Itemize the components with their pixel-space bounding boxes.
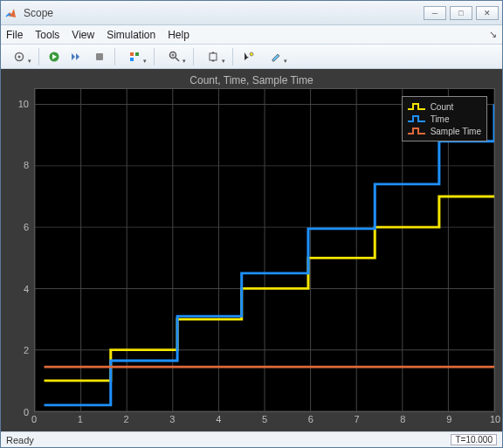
status-text: Ready [6,435,34,445]
svg-rect-3 [96,53,103,60]
svg-rect-6 [130,58,134,61]
menu-help[interactable]: Help [168,29,189,41]
sim-time: T=10.000 [451,434,497,445]
svg-rect-5 [135,52,139,56]
configure-button[interactable] [4,47,34,66]
y-axis-labels: 0246810 [8,88,34,412]
titlebar: Scope ─ □ ✕ [1,1,502,25]
undock-icon[interactable]: ↘ [489,29,497,40]
highlight-button[interactable] [260,47,290,66]
statusbar: Ready T=10.000 [1,431,502,447]
legend-entry[interactable]: Count [408,100,481,113]
legend[interactable]: CountTimeSample Time [402,96,487,141]
signal-selector-button[interactable] [120,47,149,66]
svg-rect-4 [130,52,134,56]
menu-file[interactable]: File [6,29,23,41]
run-button[interactable] [44,47,65,66]
window-title: Scope [24,7,424,19]
menu-tools[interactable]: Tools [35,29,59,41]
chart-canvas[interactable]: CountTimeSample Time [34,88,495,412]
svg-point-12 [250,52,253,56]
toolbar [1,45,502,69]
matlab-icon [4,6,18,20]
zoom-button[interactable] [159,47,189,66]
maximize-button[interactable]: □ [450,6,472,20]
close-button[interactable]: ✕ [476,6,499,20]
legend-entry[interactable]: Sample Time [408,125,481,137]
menu-simulation[interactable]: Simulation [107,29,155,41]
plot-area: Count, Time, Sample Time 0246810 CountTi… [1,69,502,431]
step-forward-button[interactable] [66,47,87,66]
minimize-button[interactable]: ─ [424,6,446,20]
menu-view[interactable]: View [72,29,94,41]
menubar: File Tools View Simulation Help ↘ [1,25,502,45]
svg-point-1 [18,55,21,58]
svg-line-8 [176,58,179,61]
svg-rect-11 [210,53,217,60]
autoscale-button[interactable] [198,47,228,66]
scope-window: Scope ─ □ ✕ File Tools View Simulation H… [0,0,503,448]
x-axis-labels: 012345678910 [34,414,495,428]
legend-entry[interactable]: Time [408,113,481,125]
cursor-measure-button[interactable] [238,47,258,66]
stop-button[interactable] [89,47,110,66]
chart-title: Count, Time, Sample Time [4,72,499,90]
